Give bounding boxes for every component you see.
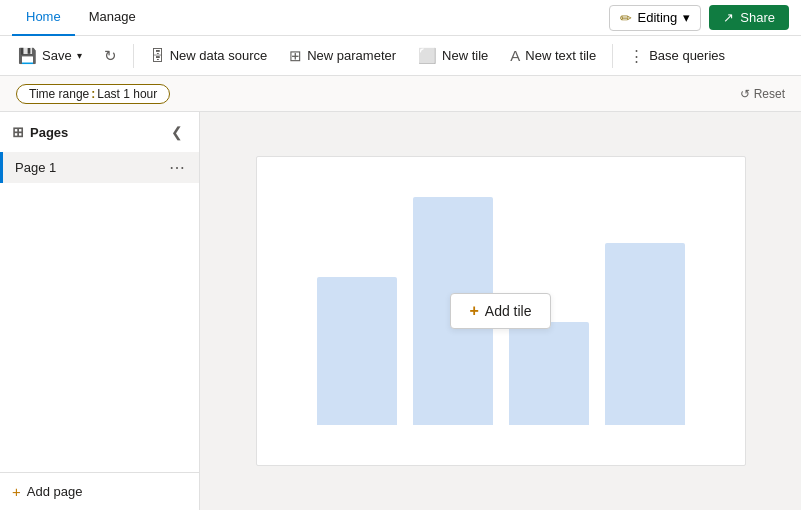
sidebar-header: ⊞ Pages ❮ xyxy=(0,112,199,148)
tab-home[interactable]: Home xyxy=(12,0,75,36)
database-icon: 🗄 xyxy=(150,47,165,64)
toolbar: 💾 Save ▾ ↻ 🗄 New data source ⊞ New param… xyxy=(0,36,801,76)
page-item-label: Page 1 xyxy=(15,160,56,175)
new-data-source-label: New data source xyxy=(170,48,268,63)
new-parameter-button[interactable]: ⊞ New parameter xyxy=(279,43,406,69)
main-content: ⊞ Pages ❮ Page 1 ⋯ + Add page xyxy=(0,112,801,510)
toolbar-separator-2 xyxy=(612,44,613,68)
base-queries-button[interactable]: ⋮ Base queries xyxy=(619,43,735,69)
time-range-value: Last 1 hour xyxy=(97,87,157,101)
chart-bar-1 xyxy=(317,277,397,425)
chevron-down-icon: ▾ xyxy=(683,10,690,25)
collapse-sidebar-button[interactable]: ❮ xyxy=(167,122,187,142)
pencil-icon: ✏ xyxy=(620,10,632,26)
parameter-icon: ⊞ xyxy=(289,47,302,65)
tab-home-label: Home xyxy=(26,9,61,24)
add-tile-button[interactable]: + Add tile xyxy=(450,293,550,329)
share-label: Share xyxy=(740,10,775,25)
add-page-button[interactable]: + Add page xyxy=(12,483,82,500)
sidebar: ⊞ Pages ❮ Page 1 ⋯ + Add page xyxy=(0,112,200,510)
toolbar-separator-1 xyxy=(133,44,134,68)
add-page-label: Add page xyxy=(27,484,83,499)
nav-tabs: Home Manage xyxy=(12,0,150,36)
add-tile-plus-icon: + xyxy=(469,302,478,320)
tile-icon: ⬜ xyxy=(418,47,437,65)
time-range-prefix: Time range xyxy=(29,87,89,101)
page-item[interactable]: Page 1 ⋯ xyxy=(0,152,199,183)
tab-manage[interactable]: Manage xyxy=(75,0,150,36)
text-icon: A xyxy=(510,47,520,64)
refresh-button[interactable]: ↻ xyxy=(94,43,127,69)
sidebar-title-label: Pages xyxy=(30,125,68,140)
time-range-filter[interactable]: Time range : Last 1 hour xyxy=(16,84,170,104)
page-list: Page 1 ⋯ xyxy=(0,148,199,472)
new-tile-label: New tile xyxy=(442,48,488,63)
chart-bar-4 xyxy=(605,243,685,425)
top-nav: Home Manage ✏ Editing ▾ ↗ Share xyxy=(0,0,801,36)
refresh-icon: ↻ xyxy=(104,47,117,65)
queries-icon: ⋮ xyxy=(629,47,644,65)
editing-label: Editing xyxy=(638,10,678,25)
new-text-tile-button[interactable]: A New text tile xyxy=(500,43,606,68)
reset-button[interactable]: ↺ Reset xyxy=(740,87,785,101)
save-label: Save xyxy=(42,48,72,63)
sidebar-footer: + Add page xyxy=(0,472,199,510)
save-icon: 💾 xyxy=(18,47,37,65)
pages-icon: ⊞ xyxy=(12,124,24,140)
filter-bar: Time range : Last 1 hour ↺ Reset xyxy=(0,76,801,112)
page-item-menu-button[interactable]: ⋯ xyxy=(167,158,187,177)
base-queries-label: Base queries xyxy=(649,48,725,63)
time-range-colon: : xyxy=(91,87,95,101)
new-tile-button[interactable]: ⬜ New tile xyxy=(408,43,498,69)
new-parameter-label: New parameter xyxy=(307,48,396,63)
add-tile-label: Add tile xyxy=(485,303,532,319)
new-data-source-button[interactable]: 🗄 New data source xyxy=(140,43,278,68)
add-page-plus-icon: + xyxy=(12,483,21,500)
save-chevron-icon: ▾ xyxy=(77,50,82,61)
canvas-page: + Add tile xyxy=(256,156,746,466)
share-button[interactable]: ↗ Share xyxy=(709,5,789,30)
chart-bar-3 xyxy=(509,322,589,425)
reset-label: Reset xyxy=(754,87,785,101)
save-button[interactable]: 💾 Save ▾ xyxy=(8,43,92,69)
new-text-tile-label: New text tile xyxy=(525,48,596,63)
tab-manage-label: Manage xyxy=(89,9,136,24)
sidebar-title: ⊞ Pages xyxy=(12,124,68,140)
editing-button[interactable]: ✏ Editing ▾ xyxy=(609,5,702,31)
canvas-area: + Add tile xyxy=(200,112,801,510)
reset-icon: ↺ xyxy=(740,87,750,101)
share-icon: ↗ xyxy=(723,10,734,25)
nav-right-actions: ✏ Editing ▾ ↗ Share xyxy=(609,5,789,31)
